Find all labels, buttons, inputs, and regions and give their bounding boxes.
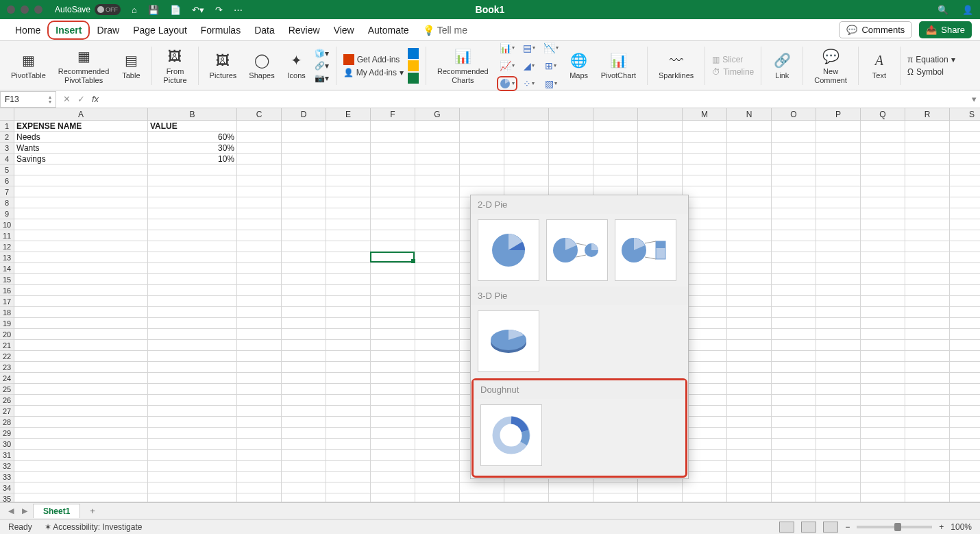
cell-Q16[interactable] xyxy=(861,285,905,296)
cell-B18[interactable] xyxy=(148,307,237,318)
col-head-P[interactable]: P xyxy=(816,108,861,121)
cell-R11[interactable] xyxy=(905,230,950,241)
cell-F26[interactable] xyxy=(371,395,415,406)
cell-M17[interactable] xyxy=(683,296,727,307)
cell-K5[interactable] xyxy=(593,164,638,175)
scatter-chart-button[interactable]: ⁘▾ xyxy=(519,76,539,91)
cell-S3[interactable] xyxy=(950,143,980,154)
cell-D34[interactable] xyxy=(282,482,326,493)
cell-O2[interactable] xyxy=(772,132,816,143)
col-head-Q[interactable]: Q xyxy=(861,108,905,121)
cell-R4[interactable] xyxy=(905,154,950,164)
cell-A35[interactable] xyxy=(14,493,148,502)
cell-L35[interactable] xyxy=(638,493,683,502)
cell-C31[interactable] xyxy=(237,450,282,461)
home-icon[interactable]: ⌂ xyxy=(132,5,137,15)
cell-R14[interactable] xyxy=(905,263,950,274)
cell-A23[interactable] xyxy=(14,362,148,373)
cell-D9[interactable] xyxy=(282,208,326,219)
bar-of-pie-option[interactable] xyxy=(615,219,676,281)
cell-M10[interactable] xyxy=(683,219,727,230)
cell-S15[interactable] xyxy=(950,274,980,285)
cell-D22[interactable] xyxy=(282,351,326,362)
cell-F18[interactable] xyxy=(371,307,415,318)
cell-O11[interactable] xyxy=(772,230,816,241)
link-button[interactable]: 🔗Link xyxy=(768,51,796,80)
cell-C32[interactable] xyxy=(237,461,282,472)
cell-P19[interactable] xyxy=(816,318,861,329)
cell-G19[interactable] xyxy=(415,318,460,329)
cell-R23[interactable] xyxy=(905,362,950,373)
cell-D21[interactable] xyxy=(282,340,326,351)
cell-J6[interactable] xyxy=(549,175,593,186)
cell-B26[interactable] xyxy=(148,395,237,406)
cell-A12[interactable] xyxy=(14,241,148,252)
tab-draw[interactable]: Draw xyxy=(90,21,126,40)
cell-L3[interactable] xyxy=(638,143,683,154)
cell-P4[interactable] xyxy=(816,154,861,164)
cell-L4[interactable] xyxy=(638,154,683,164)
comments-button[interactable]: 💬 Comments xyxy=(839,21,912,38)
cell-G7[interactable] xyxy=(415,186,460,197)
cell-S12[interactable] xyxy=(950,241,980,252)
map-chart-button[interactable]: ▧▾ xyxy=(541,76,561,91)
cell-G34[interactable] xyxy=(415,482,460,493)
undo-icon[interactable]: ↶▾ xyxy=(192,5,204,15)
pie-chart-button[interactable]: ▾ xyxy=(497,76,517,91)
cell-B2[interactable]: 60% xyxy=(148,132,237,143)
pivotchart-button[interactable]: 📊PivotChart xyxy=(597,51,640,80)
cell-N19[interactable] xyxy=(727,318,772,329)
cell-G3[interactable] xyxy=(415,143,460,154)
cell-G8[interactable] xyxy=(415,197,460,208)
cell-E6[interactable] xyxy=(326,175,371,186)
cell-G33[interactable] xyxy=(415,472,460,482)
cell-B17[interactable] xyxy=(148,296,237,307)
cell-H34[interactable] xyxy=(460,482,504,493)
cell-S21[interactable] xyxy=(950,340,980,351)
cell-C7[interactable] xyxy=(237,186,282,197)
cell-C35[interactable] xyxy=(237,493,282,502)
row-head-9[interactable]: 9 xyxy=(0,208,14,219)
name-box[interactable]: F13 ▴▾ xyxy=(0,91,56,108)
cell-H3[interactable] xyxy=(460,143,504,154)
zoom-slider[interactable] xyxy=(857,526,932,528)
tab-review[interactable]: Review xyxy=(282,21,327,40)
cell-C9[interactable] xyxy=(237,208,282,219)
cell-A4[interactable]: Savings xyxy=(14,154,148,164)
cell-E25[interactable] xyxy=(326,384,371,395)
cell-O28[interactable] xyxy=(772,417,816,428)
cell-Q25[interactable] xyxy=(861,384,905,395)
cell-N13[interactable] xyxy=(727,252,772,263)
cell-R31[interactable] xyxy=(905,450,950,461)
cell-J5[interactable] xyxy=(549,164,593,175)
cell-B7[interactable] xyxy=(148,186,237,197)
cell-B6[interactable] xyxy=(148,175,237,186)
cell-F24[interactable] xyxy=(371,373,415,384)
cell-R26[interactable] xyxy=(905,395,950,406)
cell-S2[interactable] xyxy=(950,132,980,143)
cell-A20[interactable] xyxy=(14,329,148,340)
cell-S18[interactable] xyxy=(950,307,980,318)
cell-F2[interactable] xyxy=(371,132,415,143)
cell-P6[interactable] xyxy=(816,175,861,186)
cell-K3[interactable] xyxy=(593,143,638,154)
cell-M22[interactable] xyxy=(683,351,727,362)
cell-E28[interactable] xyxy=(326,417,371,428)
cell-M19[interactable] xyxy=(683,318,727,329)
zoom-out[interactable]: − xyxy=(845,522,850,532)
cell-S35[interactable] xyxy=(950,493,980,502)
cell-O35[interactable] xyxy=(772,493,816,502)
cell-S16[interactable] xyxy=(950,285,980,296)
cell-A16[interactable] xyxy=(14,285,148,296)
redo-icon[interactable]: ↷ xyxy=(215,5,223,15)
cell-S34[interactable] xyxy=(950,482,980,493)
cell-B1[interactable]: VALUE xyxy=(148,121,237,132)
cell-N11[interactable] xyxy=(727,230,772,241)
tab-formulas[interactable]: Formulas xyxy=(194,21,247,40)
area-chart-button[interactable]: ◢▾ xyxy=(519,58,539,73)
cell-A15[interactable] xyxy=(14,274,148,285)
cell-P16[interactable] xyxy=(816,285,861,296)
cell-N27[interactable] xyxy=(727,406,772,417)
cell-H5[interactable] xyxy=(460,164,504,175)
cell-B30[interactable] xyxy=(148,439,237,450)
